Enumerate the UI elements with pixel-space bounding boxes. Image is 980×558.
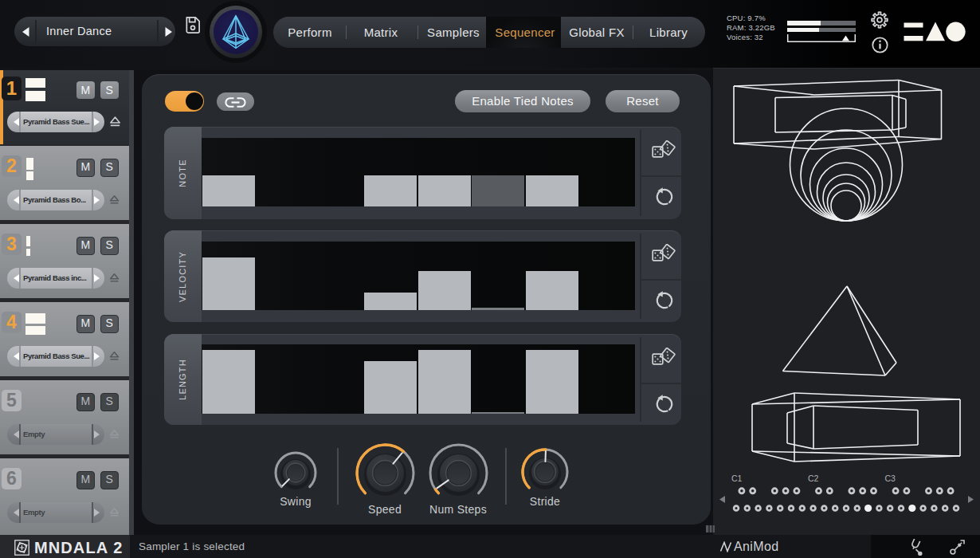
svg-text:C3: C3 <box>885 474 896 483</box>
svg-text:C1: C1 <box>731 474 743 483</box>
svg-text:C2: C2 <box>808 474 819 483</box>
